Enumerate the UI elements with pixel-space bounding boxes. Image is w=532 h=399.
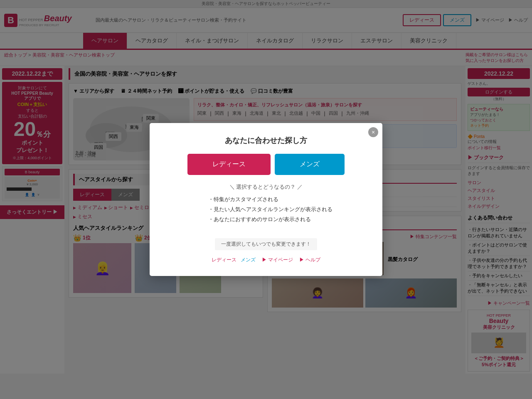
- modal-benefits-list: 特集がカスタマイズされる 見たい人気ヘアスタイルランキングが表示される あなたに…: [200, 196, 332, 226]
- modal-dialog: × あなたに合わせた探し方 レディース メンズ ＼ 選択するとどうなるの？ ／ …: [150, 123, 382, 276]
- modal-footer-ladies[interactable]: レディース: [212, 256, 236, 264]
- modal-close-button[interactable]: ×: [368, 127, 378, 137]
- modal-ladies-button[interactable]: レディース: [187, 154, 271, 175]
- modal-title: あなたに合わせた探し方: [162, 135, 370, 145]
- modal-footer-links: ▶ マイページ ▶ ヘルプ: [262, 256, 321, 264]
- modal-footer: レディース メンズ ▶ マイページ ▶ ヘルプ: [162, 256, 370, 264]
- modal-help-link[interactable]: ▶ ヘルプ: [299, 256, 320, 264]
- benefit-item-2: 見たい人気ヘアスタイルランキングが表示される: [208, 206, 332, 213]
- benefit-item-1: 特集がカスタマイズされる: [208, 196, 332, 203]
- modal-mens-button[interactable]: メンズ: [275, 154, 345, 175]
- modal-gender-buttons: レディース メンズ: [162, 154, 370, 175]
- modal-benefits-area: 特集がカスタマイズされる 見たい人気ヘアスタイルランキングが表示される あなたに…: [162, 196, 370, 226]
- modal-divider: ＼ 選択するとどうなるの？ ／: [162, 183, 370, 191]
- modal-note-area: 一度選択してもいつでも変更できます！: [162, 232, 370, 256]
- modal-overlay[interactable]: × あなたに合わせた探し方 レディース メンズ ＼ 選択するとどうなるの？ ／ …: [0, 0, 532, 374]
- modal-footer-buttons: レディース メンズ: [212, 256, 256, 264]
- modal-footer-mens[interactable]: メンズ: [241, 256, 256, 264]
- modal-mypage-link[interactable]: ▶ マイページ: [262, 256, 293, 264]
- modal-note: 一度選択してもいつでも変更できます！: [215, 238, 317, 250]
- benefit-item-3: あなたにおすすめのサロンが表示される: [208, 216, 332, 223]
